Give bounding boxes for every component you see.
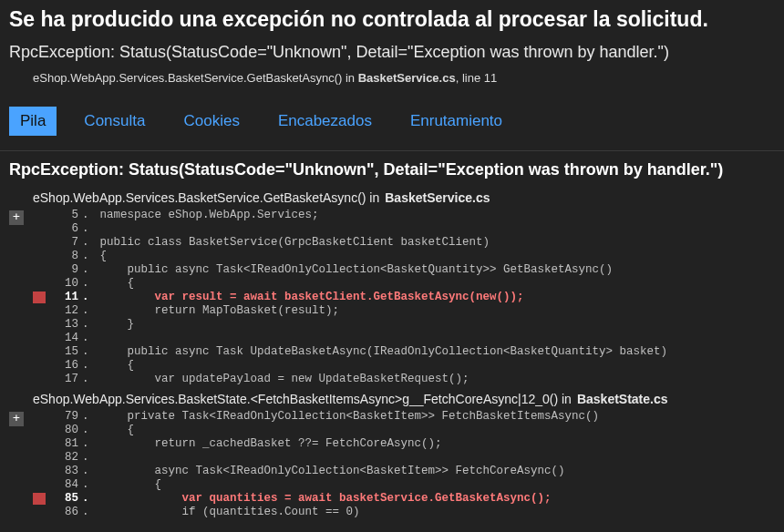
line-dot: . xyxy=(82,209,93,222)
gutter-highlight xyxy=(33,424,46,437)
code-text xyxy=(93,222,100,236)
line-number: 14 xyxy=(46,332,82,345)
code-line: 79. private Task<IReadOnlyCollection<Bas… xyxy=(33,410,784,424)
line-dot: . xyxy=(82,424,93,437)
gutter-highlight xyxy=(33,359,46,373)
gutter-highlight xyxy=(33,250,46,263)
code-line: 85. var quantities = await basketService… xyxy=(33,492,784,506)
line-number: 7 xyxy=(46,236,82,250)
line-number: 85 xyxy=(46,492,82,506)
code-line: 13. } xyxy=(33,318,784,332)
line-dot: . xyxy=(82,373,93,386)
code-text: public async Task UpdateBasketAsync(IRea… xyxy=(93,345,667,359)
gutter-highlight xyxy=(33,465,46,478)
line-dot: . xyxy=(82,506,93,519)
line-dot: . xyxy=(82,222,93,236)
line-dot: . xyxy=(82,250,93,263)
code-line: 17. var updatePayload = new UpdateBasket… xyxy=(33,373,784,386)
code-line: 6. xyxy=(33,222,784,236)
code-line: 84. { xyxy=(33,478,784,492)
line-number: 9 xyxy=(46,263,82,277)
line-dot: . xyxy=(82,277,93,291)
code-text: if (quantities.Count == 0) xyxy=(93,506,360,519)
gutter-highlight xyxy=(33,478,46,492)
tab-routing[interactable]: Enrutamiento xyxy=(399,107,513,136)
code-text: return _cachedBasket ??= FetchCoreAsync(… xyxy=(93,437,442,451)
code-text: { xyxy=(93,424,134,437)
code-text xyxy=(93,332,100,345)
gutter-highlight xyxy=(33,373,46,386)
code-line: 9. public async Task<IReadOnlyCollection… xyxy=(33,263,784,277)
tab-headers[interactable]: Encabezados xyxy=(267,107,383,136)
code-line: 5. namespace eShop.WebApp.Services; xyxy=(33,209,784,222)
line-dot: . xyxy=(82,437,93,451)
code-listing: 79. private Task<IReadOnlyCollection<Bas… xyxy=(0,410,784,519)
line-dot: . xyxy=(82,410,93,424)
tab-query[interactable]: Consulta xyxy=(73,107,156,136)
line-number: 8 xyxy=(46,250,82,263)
code-line: 15. public async Task UpdateBasketAsync(… xyxy=(33,345,784,359)
line-number: 11 xyxy=(46,291,82,304)
code-text: namespace eShop.WebApp.Services; xyxy=(93,209,319,222)
code-line: 83. async Task<IReadOnlyCollection<Baske… xyxy=(33,465,784,478)
code-text: public class BasketService(GrpcBasketCli… xyxy=(93,236,490,250)
line-dot: . xyxy=(82,465,93,478)
code-line: 14. xyxy=(33,332,784,345)
line-number: 81 xyxy=(46,437,82,451)
line-number: 15 xyxy=(46,345,82,359)
frame-file: BasketService.cs xyxy=(385,190,490,205)
gutter-highlight xyxy=(33,451,46,465)
code-text: private Task<IReadOnlyCollection<BasketI… xyxy=(93,410,599,424)
code-line: 12. return MapToBasket(result); xyxy=(33,304,784,318)
gutter-highlight xyxy=(33,318,46,332)
gutter-highlight xyxy=(33,263,46,277)
frame-header[interactable]: eShop.WebApp.Services.BasketState.<Fetch… xyxy=(0,388,784,410)
line-dot: . xyxy=(82,318,93,332)
gutter-highlight xyxy=(33,332,46,345)
line-number: 84 xyxy=(46,478,82,492)
tab-bar: Pila Consulta Cookies Encabezados Enruta… xyxy=(0,90,784,145)
tab-stack[interactable]: Pila xyxy=(9,107,57,136)
line-number: 17 xyxy=(46,373,82,386)
line-dot: . xyxy=(82,263,93,277)
gutter-highlight xyxy=(33,506,46,519)
stack-frame: eShop.WebApp.Services.BasketService.GetB… xyxy=(0,187,784,386)
code-line: 7. public class BasketService(GrpcBasket… xyxy=(33,236,784,250)
code-text: public async Task<IReadOnlyCollection<Ba… xyxy=(93,263,613,277)
code-line: 8. { xyxy=(33,250,784,263)
gutter-highlight xyxy=(33,236,46,250)
code-text: { xyxy=(93,478,161,492)
expand-button[interactable]: + xyxy=(9,412,24,426)
code-text: } xyxy=(93,318,134,332)
code-text: var updatePayload = new UpdateBasketRequ… xyxy=(93,373,469,386)
code-text: var result = await basketClient.GetBaske… xyxy=(93,291,524,304)
code-text: var quantities = await basketService.Get… xyxy=(93,492,552,506)
line-dot: . xyxy=(82,478,93,492)
top-frame-method: eShop.WebApp.Services.BasketService.GetB… xyxy=(33,71,358,85)
code-line: 10. { xyxy=(33,277,784,291)
tab-cookies[interactable]: Cookies xyxy=(172,107,250,136)
gutter-highlight xyxy=(33,437,46,451)
line-number: 86 xyxy=(46,506,82,519)
gutter-highlight xyxy=(33,345,46,359)
line-dot: . xyxy=(82,304,93,318)
line-dot: . xyxy=(82,332,93,345)
code-line: 81. return _cachedBasket ??= FetchCoreAs… xyxy=(33,437,784,451)
frame-header[interactable]: eShop.WebApp.Services.BasketService.GetB… xyxy=(0,187,784,209)
stack-frame: eShop.WebApp.Services.BasketState.<Fetch… xyxy=(0,388,784,519)
line-number: 10 xyxy=(46,277,82,291)
gutter-highlight xyxy=(33,493,46,505)
top-frame-line: , line 11 xyxy=(456,71,498,85)
line-dot: . xyxy=(82,492,93,506)
line-dot: . xyxy=(82,345,93,359)
exception-summary: RpcException: Status(StatusCode="Unknown… xyxy=(0,37,784,66)
gutter-highlight xyxy=(33,410,46,424)
page-title: Se ha producido una excepción no control… xyxy=(0,0,784,37)
line-dot: . xyxy=(82,359,93,373)
top-frame-summary: eShop.WebApp.Services.BasketService.GetB… xyxy=(0,66,784,90)
stack-section-heading: RpcException: Status(StatusCode="Unknown… xyxy=(0,151,784,187)
line-number: 5 xyxy=(46,209,82,222)
expand-button[interactable]: + xyxy=(9,210,24,225)
frame-method: eShop.WebApp.Services.BasketService.GetB… xyxy=(33,190,379,205)
gutter-highlight xyxy=(33,277,46,291)
